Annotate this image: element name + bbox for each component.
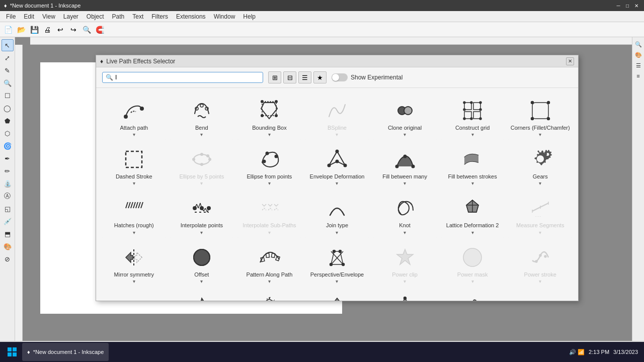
menu-help[interactable]: Help	[239, 12, 260, 21]
search-input[interactable]	[115, 74, 216, 81]
svg-point-20	[463, 109, 465, 111]
svg-rect-30	[126, 151, 142, 167]
start-button[interactable]	[2, 343, 22, 361]
effect-ellipse-points[interactable]: Ellipse from points ▾	[236, 142, 302, 189]
interp-subpaths-chevron: ▾	[268, 230, 271, 235]
favorites-view-button[interactable]: ★	[313, 71, 327, 83]
grid-view-small-button[interactable]: ⊟	[283, 71, 296, 83]
lpe-close-button[interactable]: ✕	[566, 57, 574, 65]
calligraphy-tool[interactable]: ⛲	[2, 177, 14, 190]
gradient-tool[interactable]: ◱	[2, 203, 14, 215]
star-tool[interactable]: ⬟	[2, 115, 14, 127]
spiral-tool[interactable]: 🌀	[2, 140, 14, 152]
effect-perspective[interactable]: Perspective/Envelope ▾	[304, 240, 370, 287]
menu-edit[interactable]: Edit	[20, 12, 38, 21]
effect-fill-many[interactable]: Fill between many ▾	[372, 142, 438, 189]
vertical-ruler	[15, 45, 23, 341]
print-button[interactable]: 🖨	[41, 24, 53, 36]
menu-filters[interactable]: Filters	[147, 12, 172, 21]
interpolate-icon	[189, 195, 215, 221]
xml-tool-right[interactable]: ≡	[633, 71, 643, 81]
circle-tool[interactable]: ◯	[2, 102, 14, 114]
perspective-icon	[324, 244, 350, 270]
snap-button[interactable]: 🧲	[94, 24, 106, 36]
menu-object[interactable]: Object	[83, 12, 108, 21]
maximize-button[interactable]: □	[624, 2, 631, 9]
menu-window[interactable]: Window	[210, 12, 239, 21]
eraser-tool[interactable]: ⊘	[2, 253, 14, 265]
measure-chevron: ▾	[539, 230, 541, 235]
effect-transform[interactable]: Transform 2Pts ▾	[372, 289, 438, 301]
dropper-tool[interactable]: 💉	[2, 215, 14, 227]
gears-chevron: ▾	[539, 180, 541, 186]
save-button[interactable]: 💾	[28, 24, 40, 36]
svg-line-52	[138, 202, 140, 208]
effect-tiling[interactable]: Tiling ▾	[304, 289, 370, 301]
effect-roughen[interactable]: Roughen ▾	[101, 289, 167, 301]
pen-tool[interactable]: ✒	[2, 152, 14, 164]
effect-interpolate[interactable]: Interpolate points ▾	[169, 191, 235, 237]
align-tool-right[interactable]: ☰	[633, 60, 643, 70]
menu-layer[interactable]: Layer	[59, 12, 83, 21]
hatches-label: Hatches (rough)	[114, 222, 154, 229]
effect-rotate-copies[interactable]: Rotate copies ▾	[236, 289, 302, 301]
spray-tool[interactable]: 🎨	[2, 240, 14, 252]
menu-extensions[interactable]: Extensions	[172, 12, 210, 21]
menu-file[interactable]: File	[2, 12, 20, 21]
roughen-icon	[121, 293, 147, 301]
pencil-tool[interactable]: ✏	[2, 165, 14, 177]
effect-fill-strokes[interactable]: Fill between strokes ▾	[440, 142, 506, 189]
svg-point-18	[470, 102, 472, 104]
effect-construct-grid[interactable]: Construct grid ▾	[440, 93, 506, 140]
experimental-toggle-switch[interactable]	[332, 73, 348, 81]
new-button[interactable]: 📄	[2, 24, 14, 36]
effect-offset[interactable]: Offset ▾	[169, 240, 235, 287]
mirror-chevron: ▾	[133, 279, 135, 284]
open-button[interactable]: 📂	[15, 24, 27, 36]
minimize-button[interactable]: ─	[615, 2, 622, 9]
text-tool[interactable]: Ⓐ	[2, 190, 14, 202]
effect-ellipse-5: Ellipse by 5 points ▾	[169, 142, 235, 189]
effect-hatches[interactable]: Hatches (rough) ▾	[101, 191, 167, 237]
3d-box-tool[interactable]: ⬡	[2, 127, 14, 139]
undo-button[interactable]: ↩	[54, 24, 66, 36]
taskbar-inkscape[interactable]: ♦ *New document 1 - Inkscape	[22, 343, 109, 361]
connector-tool[interactable]: ⬒	[2, 228, 14, 240]
effect-lattice2[interactable]: Lattice Deformation 2 ▾	[440, 191, 506, 237]
effect-dashed-stroke[interactable]: Dashed Stroke ▾	[101, 142, 167, 189]
effect-corners[interactable]: Corners (Fillet/Chamfer) ▾	[507, 93, 573, 140]
effect-gears[interactable]: Gears ▾	[507, 142, 573, 189]
menu-view[interactable]: View	[38, 12, 59, 21]
tweak-tool[interactable]: ✎	[2, 64, 14, 76]
interpolate-label: Interpolate points	[181, 222, 223, 229]
list-view-button[interactable]: ☰	[298, 71, 311, 83]
select-tool[interactable]: ↖	[2, 39, 14, 51]
effect-bend[interactable]: Bend ▾	[169, 93, 235, 140]
node-tool[interactable]: ⤢	[2, 52, 14, 64]
snap-button-right[interactable]: 🔍	[633, 39, 643, 49]
canvas-area[interactable]: ♦ Live Path Effects Selector ✕ 🔍 ⊞ ⊟ ☰	[15, 37, 632, 341]
grid-view-large-button[interactable]: ⊞	[268, 71, 281, 83]
zoom-tool[interactable]: 🔍	[2, 77, 14, 89]
effect-bounding-box[interactable]: Bounding Box ▾	[236, 93, 302, 140]
dashed-stroke-label: Dashed Stroke	[116, 173, 152, 180]
zoom-in-button[interactable]: 🔍	[80, 24, 93, 36]
search-box[interactable]: 🔍	[102, 72, 263, 83]
menu-text[interactable]: Text	[128, 12, 147, 21]
effect-pattern-path[interactable]: Pattern Along Path ▾	[236, 240, 302, 287]
close-button[interactable]: ✕	[633, 2, 640, 9]
effect-knot[interactable]: Knot ▾	[372, 191, 438, 237]
clone-original-label: Clone original	[388, 125, 422, 131]
rect-tool[interactable]: ☐	[2, 89, 14, 102]
effect-mirror[interactable]: Mirror symmetry ▾	[101, 240, 167, 287]
power-stroke-label: Power stroke	[524, 272, 556, 278]
effect-attach-path[interactable]: Attach path ▾	[101, 93, 167, 140]
color-tool-right[interactable]: 🎨	[633, 50, 643, 60]
redo-button[interactable]: ↪	[67, 24, 79, 36]
effect-envelope[interactable]: Envelope Deformation ▾	[304, 142, 370, 189]
effect-scatter[interactable]: Scatter ▾	[169, 289, 235, 301]
effect-join-type[interactable]: Join type ▾	[304, 191, 370, 237]
menu-path[interactable]: Path	[108, 12, 129, 21]
effect-clone-original[interactable]: Clone original ▾	[372, 93, 438, 140]
effect-ruler[interactable]: Ruler ▾	[440, 289, 506, 301]
